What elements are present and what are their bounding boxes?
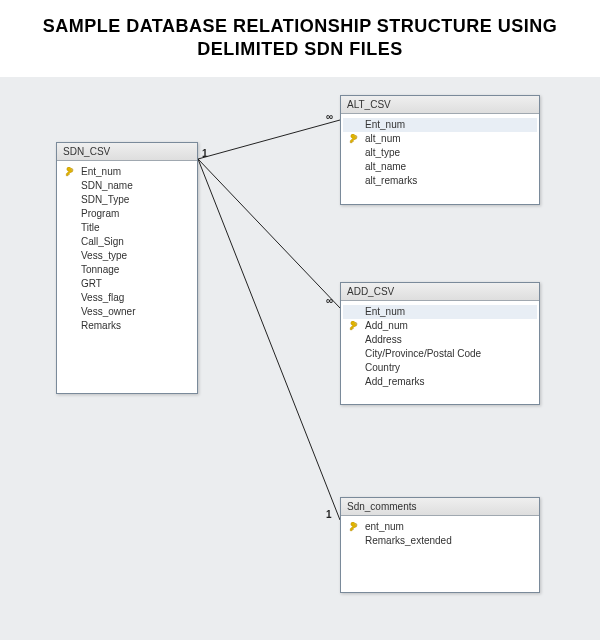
table-fields: Ent_numAdd_numAddressCity/Province/Posta… <box>341 301 539 393</box>
field-name: Address <box>365 334 533 345</box>
field-row: Title <box>59 221 195 235</box>
field-row: SDN_name <box>59 179 195 193</box>
field-row: Vess_owner <box>59 305 195 319</box>
field-row: alt_name <box>343 160 537 174</box>
field-name: Vess_type <box>81 250 191 261</box>
field-name: Remarks <box>81 320 191 331</box>
cardinality-many: ∞ <box>326 111 333 122</box>
field-name: Tonnage <box>81 264 191 275</box>
field-row: ent_num <box>343 520 537 534</box>
field-row: Remarks_extended <box>343 534 537 548</box>
field-name: alt_type <box>365 147 533 158</box>
field-row: Add_remarks <box>343 375 537 389</box>
cardinality-one: 1 <box>202 148 208 159</box>
diagram-canvas: 1 ∞ ∞ 1 SDN_CSV Ent_numSDN_nameSDN_TypeP… <box>0 77 600 640</box>
field-name: alt_remarks <box>365 175 533 186</box>
field-name: Vess_owner <box>81 306 191 317</box>
field-row: GRT <box>59 277 195 291</box>
field-name: Add_num <box>365 320 533 331</box>
field-row: Program <box>59 207 195 221</box>
field-name: Call_Sign <box>81 236 191 247</box>
field-row: Add_num <box>343 319 537 333</box>
key-icon <box>63 167 77 177</box>
page-title-wrap: SAMPLE DATABASE RELATIONSHIP STRUCTURE U… <box>0 0 600 67</box>
field-row: Vess_flag <box>59 291 195 305</box>
field-row: Ent_num <box>343 118 537 132</box>
table-fields: ent_numRemarks_extended <box>341 516 539 552</box>
field-name: ent_num <box>365 521 533 532</box>
table-sdn-csv: SDN_CSV Ent_numSDN_nameSDN_TypeProgramTi… <box>56 142 198 394</box>
field-name: GRT <box>81 278 191 289</box>
table-title: SDN_CSV <box>57 143 197 161</box>
table-fields: Ent_numSDN_nameSDN_TypeProgramTitleCall_… <box>57 161 197 337</box>
table-sdn-comments: Sdn_comments ent_numRemarks_extended <box>340 497 540 593</box>
table-fields: Ent_numalt_numalt_typealt_namealt_remark… <box>341 114 539 192</box>
field-row: Country <box>343 361 537 375</box>
cardinality-one: 1 <box>326 509 332 520</box>
field-row: Ent_num <box>343 305 537 319</box>
field-name: City/Province/Postal Code <box>365 348 533 359</box>
field-row: Remarks <box>59 319 195 333</box>
field-name: alt_num <box>365 133 533 144</box>
field-name: SDN_Type <box>81 194 191 205</box>
key-icon <box>347 522 361 532</box>
field-row: alt_type <box>343 146 537 160</box>
field-name: alt_name <box>365 161 533 172</box>
field-name: Title <box>81 222 191 233</box>
key-icon <box>347 321 361 331</box>
field-name: Vess_flag <box>81 292 191 303</box>
field-row: Address <box>343 333 537 347</box>
page-title: SAMPLE DATABASE RELATIONSHIP STRUCTURE U… <box>20 15 580 62</box>
table-title: Sdn_comments <box>341 498 539 516</box>
field-row: alt_num <box>343 132 537 146</box>
key-icon <box>347 134 361 144</box>
field-row: City/Province/Postal Code <box>343 347 537 361</box>
field-row: SDN_Type <box>59 193 195 207</box>
field-row: Call_Sign <box>59 235 195 249</box>
field-row: Vess_type <box>59 249 195 263</box>
field-row: alt_remarks <box>343 174 537 188</box>
field-row: Tonnage <box>59 263 195 277</box>
field-row: Ent_num <box>59 165 195 179</box>
svg-line-1 <box>198 159 340 308</box>
field-name: Program <box>81 208 191 219</box>
cardinality-many: ∞ <box>326 295 333 306</box>
field-name: SDN_name <box>81 180 191 191</box>
field-name: Remarks_extended <box>365 535 533 546</box>
field-name: Add_remarks <box>365 376 533 387</box>
field-name: Ent_num <box>365 119 533 130</box>
svg-line-2 <box>198 159 340 520</box>
table-title: ADD_CSV <box>341 283 539 301</box>
svg-line-0 <box>198 120 340 159</box>
table-alt-csv: ALT_CSV Ent_numalt_numalt_typealt_nameal… <box>340 95 540 205</box>
field-name: Ent_num <box>81 166 191 177</box>
field-name: Country <box>365 362 533 373</box>
table-add-csv: ADD_CSV Ent_numAdd_numAddressCity/Provin… <box>340 282 540 405</box>
table-title: ALT_CSV <box>341 96 539 114</box>
field-name: Ent_num <box>365 306 533 317</box>
